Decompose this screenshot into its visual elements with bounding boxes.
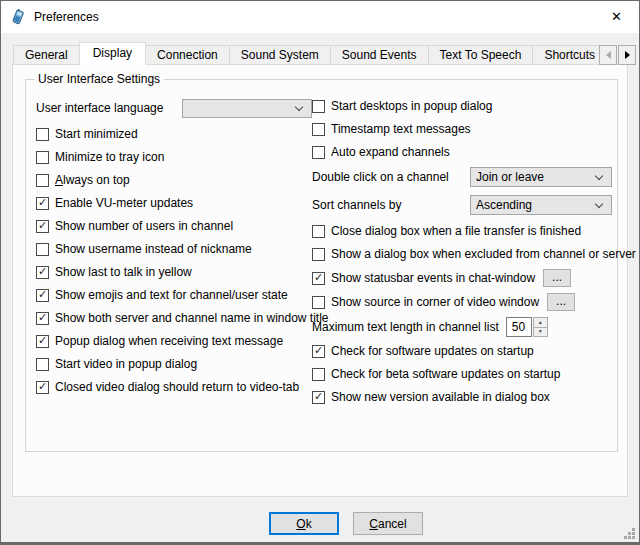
settings-columns: User interface language Start minimized …: [26, 80, 617, 412]
checkbox[interactable]: [312, 368, 325, 381]
max-text-length-spinner[interactable]: 50 ▲▼: [506, 317, 548, 337]
checkbox-label: Check for beta software updates on start…: [331, 367, 560, 381]
tab-connection[interactable]: Connection: [145, 45, 230, 65]
checkbox[interactable]: [36, 174, 49, 187]
preferences-dialog: Preferences ✕ General Display Connection…: [0, 0, 640, 545]
sort-channels-value: Ascending: [471, 198, 596, 212]
checkbox-row[interactable]: Auto expand channels: [312, 144, 612, 160]
checkbox-row[interactable]: Start video in popup dialog: [36, 356, 312, 372]
language-label: User interface language: [36, 101, 163, 115]
checkbox[interactable]: [312, 123, 325, 136]
checkbox-label: Show new version available in dialog box: [331, 390, 550, 404]
video-source-row[interactable]: Show source in corner of video window ..…: [312, 293, 612, 311]
checkbox-row[interactable]: Start minimized: [36, 126, 312, 142]
checkbox[interactable]: [36, 289, 49, 302]
checkbox[interactable]: [36, 335, 49, 348]
checkbox-label: Timestamp text messages: [331, 122, 471, 136]
double-click-row: Double click on a channel Join or leave: [312, 167, 612, 187]
tab-scroll-left-button[interactable]: [599, 45, 617, 65]
max-text-length-row: Maximum text length in channel list 50 ▲…: [312, 317, 612, 337]
checkbox-row[interactable]: Show last to talk in yellow: [36, 264, 312, 280]
checkbox-row[interactable]: Show username instead of nickname: [36, 241, 312, 257]
close-button[interactable]: ✕: [594, 1, 639, 32]
checkbox[interactable]: [312, 225, 325, 238]
checkbox-row[interactable]: Timestamp text messages: [312, 121, 612, 137]
video-source-more-button[interactable]: ...: [547, 293, 575, 311]
checkbox-label: Show a dialog box when excluded from cha…: [331, 247, 636, 261]
statusbar-events-row[interactable]: Show statusbar events in chat-window ...: [312, 269, 612, 287]
tab-general[interactable]: General: [13, 45, 80, 65]
checkbox-label: Show source in corner of video window: [331, 295, 539, 309]
checkbox[interactable]: [36, 128, 49, 141]
chevron-down-icon: [595, 199, 603, 207]
checkbox-row[interactable]: Check for beta software updates on start…: [312, 366, 612, 382]
ok-button[interactable]: Ok: [269, 512, 339, 535]
checkbox-row[interactable]: Check for software updates on startup: [312, 343, 612, 359]
checkbox[interactable]: [36, 358, 49, 371]
checkbox[interactable]: [312, 391, 325, 404]
checkbox-row[interactable]: Show a dialog box when excluded from cha…: [312, 246, 612, 262]
checkbox[interactable]: [312, 146, 325, 159]
checkbox-row[interactable]: Always on top: [36, 172, 312, 188]
checkbox[interactable]: [36, 151, 49, 164]
user-interface-settings-group: User Interface Settings User interface l…: [25, 79, 618, 452]
checkbox-row[interactable]: Show new version available in dialog box: [312, 389, 612, 405]
checkbox-label: Show statusbar events in chat-window: [331, 271, 535, 285]
tab-shortcuts[interactable]: Shortcuts: [532, 45, 601, 65]
checkbox-row[interactable]: Show emojis and text for channel/user st…: [36, 287, 312, 303]
checkbox-row[interactable]: Show both server and channel name in win…: [36, 310, 312, 326]
statusbar-events-more-button[interactable]: ...: [543, 269, 571, 287]
checkbox-label: Show emojis and text for channel/user st…: [55, 288, 288, 302]
tab-sound-system[interactable]: Sound System: [229, 45, 331, 65]
checkbox-row[interactable]: Enable VU-meter updates: [36, 195, 312, 211]
spinner-buttons: ▲▼: [533, 317, 548, 337]
checkbox-row[interactable]: Close dialog box when a file transfer is…: [312, 223, 612, 239]
tab-display[interactable]: Display: [79, 42, 146, 65]
spin-up-icon[interactable]: ▲: [533, 317, 548, 327]
checkbox[interactable]: [312, 248, 325, 261]
group-title: User Interface Settings: [34, 72, 164, 86]
checkbox[interactable]: [312, 100, 325, 113]
tab-sound-events[interactable]: Sound Events: [330, 45, 429, 65]
checkbox[interactable]: [36, 312, 49, 325]
close-icon: ✕: [611, 9, 622, 24]
checkbox[interactable]: [312, 296, 325, 309]
checkbox-row[interactable]: Show number of users in channel: [36, 218, 312, 234]
language-select[interactable]: [182, 99, 312, 118]
tab-text-to-speech[interactable]: Text To Speech: [428, 45, 534, 65]
max-text-length-label: Maximum text length in channel list: [312, 320, 499, 334]
tab-scroll-right-button[interactable]: [618, 45, 636, 65]
language-row: User interface language: [36, 98, 312, 118]
checkbox-row[interactable]: Minimize to tray icon: [36, 149, 312, 165]
checkbox-row[interactable]: Closed video dialog should return to vid…: [36, 379, 312, 395]
checkbox-label: Show both server and channel name in win…: [55, 311, 329, 325]
checkbox-row[interactable]: Start desktops in popup dialog: [312, 98, 612, 114]
checkbox[interactable]: [312, 345, 325, 358]
checkbox-label: Minimize to tray icon: [55, 150, 164, 164]
tab-bar: General Display Connection Sound System …: [13, 42, 601, 65]
window-title: Preferences: [34, 10, 99, 24]
checkbox[interactable]: [36, 243, 49, 256]
app-icon: [10, 9, 26, 25]
max-text-length-value[interactable]: 50: [506, 317, 532, 337]
double-click-select[interactable]: Join or leave: [470, 167, 612, 187]
checkbox[interactable]: [36, 197, 49, 210]
sort-channels-select[interactable]: Ascending: [470, 195, 612, 215]
checkbox-label: Check for software updates on startup: [331, 344, 534, 358]
checkbox-label: Show number of users in channel: [55, 219, 233, 233]
checkbox-label: Close dialog box when a file transfer is…: [331, 224, 581, 238]
spin-down-icon[interactable]: ▼: [533, 327, 548, 338]
checkbox[interactable]: [36, 266, 49, 279]
titlebar[interactable]: Preferences ✕: [1, 1, 639, 33]
sort-channels-label: Sort channels by: [312, 198, 401, 212]
checkbox[interactable]: [312, 272, 325, 285]
tab-scroll-buttons: [598, 45, 636, 65]
checkbox-label: Show last to talk in yellow: [55, 265, 192, 279]
checkbox-row[interactable]: Popup dialog when receiving text message: [36, 333, 312, 349]
cancel-button[interactable]: Cancel: [353, 512, 423, 535]
resize-grip[interactable]: [624, 528, 636, 540]
checkbox[interactable]: [36, 220, 49, 233]
checkbox[interactable]: [36, 381, 49, 394]
arrow-right-icon: [625, 51, 630, 59]
double-click-label: Double click on a channel: [312, 170, 449, 184]
